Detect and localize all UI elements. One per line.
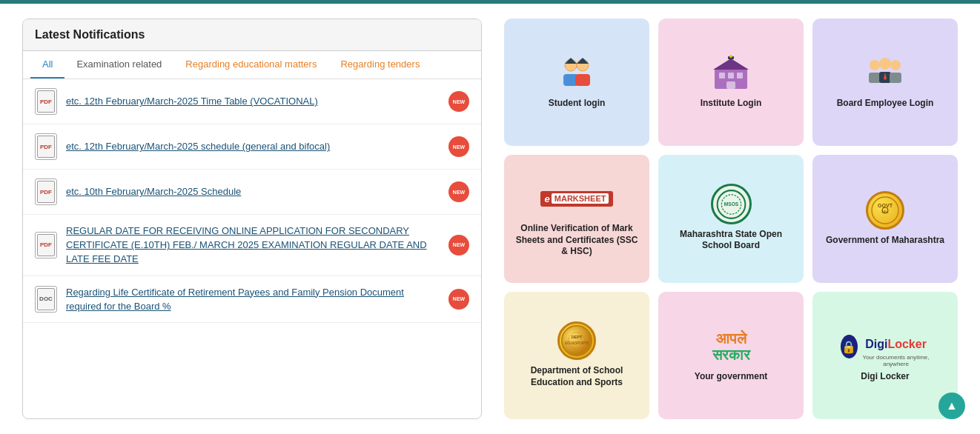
govt-maha-card[interactable]: GOVT MH Government of Maharashtra <box>812 155 958 282</box>
pdf-icon: PDF <box>35 133 57 160</box>
notif-text: etc. 12th February/March-2025 schedule (… <box>66 139 440 153</box>
svg-point-14 <box>870 60 880 70</box>
scroll-to-top-button[interactable]: ▲ <box>938 393 965 419</box>
svg-rect-10 <box>737 73 743 79</box>
notif-link[interactable]: REGULAR DATE FOR RECEIVING ONLINE APPLIC… <box>66 225 427 264</box>
tab-tenders[interactable]: Regarding tenders <box>328 51 431 79</box>
aple-sarkar-label: Your government <box>695 371 767 383</box>
board-employee-login-card[interactable]: Board Employee Login <box>812 19 958 146</box>
student-login-card[interactable]: Student login <box>504 19 649 146</box>
govt-maha-icon: GOVT MH <box>863 192 907 229</box>
new-badge <box>448 136 469 157</box>
tab-edu[interactable]: Regarding educational matters <box>173 51 328 79</box>
digi-locker-icon: 🔒 DigiLocker Your documents anytime, any… <box>863 328 907 365</box>
aple-sarkar-card[interactable]: आपले सरकार Your government <box>658 292 804 419</box>
notif-link[interactable]: etc. 12th February/March-2025 Time Table… <box>66 96 318 107</box>
new-badge <box>448 289 469 310</box>
svg-point-16 <box>890 60 901 70</box>
new-badge <box>448 91 469 112</box>
pdf-icon: PDF <box>35 232 57 258</box>
online-verification-label: Online Verification of Mark Sheets and C… <box>511 223 642 258</box>
list-item: PDF etc. 10th February/March-2025 Schedu… <box>23 170 481 215</box>
notif-link[interactable]: Regarding Life Certificate of Retirement… <box>66 287 404 312</box>
svg-rect-3 <box>575 74 590 86</box>
grid-panel: Student login <box>504 19 958 419</box>
svg-text:EDU&SPORTS: EDU&SPORTS <box>565 341 589 345</box>
maha-open-school-card[interactable]: MSOS Maharashtra State Open School Board <box>658 155 804 282</box>
board-employee-icon <box>863 55 907 92</box>
institute-login-label: Institute Login <box>701 98 762 110</box>
digi-locker-card[interactable]: 🔒 DigiLocker Your documents anytime, any… <box>812 292 958 419</box>
doc-icon: DOC <box>35 286 57 313</box>
new-badge <box>448 181 469 202</box>
govt-maha-label: Government of Maharashtra <box>826 235 944 247</box>
svg-text:MSOS: MSOS <box>724 201 738 207</box>
notif-link[interactable]: etc. 12th February/March-2025 schedule (… <box>66 141 330 152</box>
notif-text: Regarding Life Certificate of Retirement… <box>66 285 440 313</box>
student-login-label: Student login <box>549 98 606 110</box>
svg-rect-9 <box>728 73 734 79</box>
notifications-tabs: All Examination related Regarding educat… <box>23 51 481 79</box>
digi-locker-label: Digi Locker <box>861 371 909 383</box>
institute-icon <box>709 55 753 92</box>
svg-rect-19 <box>890 73 901 83</box>
list-item: PDF REGULAR DATE FOR RECEIVING ONLINE AP… <box>23 215 481 276</box>
svg-point-13 <box>729 55 732 58</box>
aple-sarkar-icon: आपले सरकार <box>709 328 753 365</box>
notif-text: REGULAR DATE FOR RECEIVING ONLINE APPLIC… <box>66 224 440 267</box>
institute-login-card[interactable]: Institute Login <box>658 19 804 146</box>
notif-text: etc. 10th February/March-2025 Schedule <box>66 184 440 198</box>
online-verification-card[interactable]: e MARKSHEET Online Verification of Mark … <box>504 155 649 282</box>
svg-point-15 <box>879 58 891 70</box>
svg-rect-8 <box>719 73 725 79</box>
open-school-icon: MSOS <box>709 186 753 223</box>
board-employee-label: Board Employee Login <box>837 98 934 110</box>
dept-school-card[interactable]: DEPT EDU&SPORTS Department of School Edu… <box>504 292 649 419</box>
dept-school-icon: DEPT EDU&SPORTS <box>554 322 599 359</box>
notifications-header: Latest Notifications <box>23 19 481 51</box>
student-icon <box>554 55 599 92</box>
pdf-icon: PDF <box>35 178 57 205</box>
notif-text: etc. 12th February/March-2025 Time Table… <box>66 94 440 108</box>
notifications-title: Latest Notifications <box>35 28 469 41</box>
notifications-list: PDF etc. 12th February/March-2025 Time T… <box>23 79 481 323</box>
svg-rect-11 <box>726 81 735 89</box>
new-badge <box>448 235 469 256</box>
notif-link[interactable]: etc. 10th February/March-2025 Schedule <box>66 186 241 197</box>
tab-all[interactable]: All <box>30 51 64 79</box>
list-item: PDF etc. 12th February/March-2025 schedu… <box>23 124 481 170</box>
pdf-icon: PDF <box>35 88 57 115</box>
svg-marker-7 <box>713 59 749 70</box>
marksheet-icon: e MARKSHEET <box>554 180 599 217</box>
maha-open-school-label: Maharashtra State Open School Board <box>666 229 796 252</box>
notifications-panel: Latest Notifications All Examination rel… <box>22 19 482 419</box>
dept-school-label: Department of School Education and Sport… <box>511 365 642 388</box>
tab-exam[interactable]: Examination related <box>64 51 173 79</box>
main-content: Latest Notifications All Examination rel… <box>0 4 980 434</box>
svg-text:DEPT: DEPT <box>572 335 583 339</box>
list-item: DOC Regarding Life Certificate of Retire… <box>23 276 481 323</box>
list-item: PDF etc. 12th February/March-2025 Time T… <box>23 79 481 124</box>
svg-rect-17 <box>869 73 881 83</box>
